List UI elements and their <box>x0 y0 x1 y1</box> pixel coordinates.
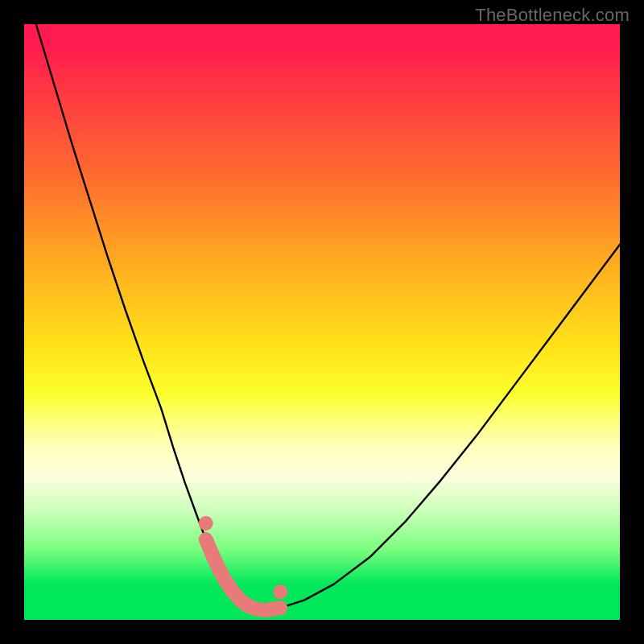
outer-frame: TheBottleneck.com <box>0 0 644 644</box>
highlight-dot <box>199 516 213 530</box>
highlight-segment <box>206 539 281 610</box>
highlight-dot <box>273 584 287 599</box>
chart-svg <box>24 24 620 620</box>
bottleneck-curve <box>36 24 620 610</box>
plot-area <box>24 24 620 620</box>
watermark-text: TheBottleneck.com <box>475 5 630 26</box>
